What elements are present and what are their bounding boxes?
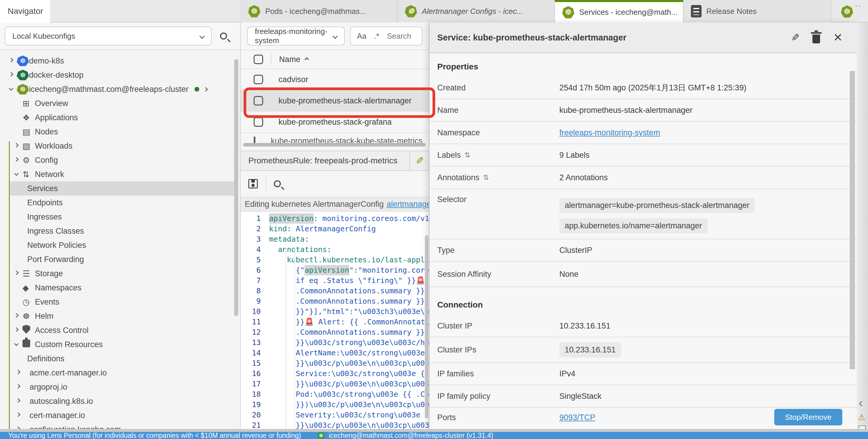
chevron-down-icon (9, 86, 13, 91)
ip-families-value: IPv4 (559, 369, 575, 378)
service-row-partial[interactable]: kube-prometheus-stack-kube-state-metrics (241, 133, 429, 144)
yaml-editor[interactable]: 1apiVersion: monitoring.coreos.com/v1 2k… (241, 211, 429, 429)
annotations-count: 2 Annotations (559, 173, 608, 182)
row-checkbox[interactable] (254, 96, 263, 105)
sidebar-item-endpoints[interactable]: Endpoints (0, 196, 240, 210)
chevron-right-icon (9, 72, 13, 77)
name-row: Name kube-prometheus-stack-alertmanager (430, 99, 857, 122)
alertmanager-config-link[interactable]: alertmanager (387, 200, 429, 209)
sidebar-item-configuration-konghq[interactable]: configuration.konghq.com (0, 423, 240, 429)
sidebar-item-overview[interactable]: ⊞ Overview (0, 96, 240, 110)
delete-service-icon[interactable] (812, 35, 820, 43)
edit-service-icon[interactable]: ✎ (791, 32, 800, 43)
kubernetes-icon-partial-tab[interactable]: ☸ (841, 5, 853, 18)
sidebar-item-cert-manager[interactable]: cert-manager.io (0, 408, 240, 423)
sidebar-item-services[interactable]: Services (0, 181, 240, 196)
select-all-checkbox[interactable] (254, 55, 263, 64)
sidebar-item-network-policies[interactable]: Network Policies (0, 238, 240, 252)
sidebar-item-ingress-classes[interactable]: Ingress Classes (0, 224, 240, 238)
ip-family-policy-value: SingleStack (559, 392, 601, 401)
sidebar-scrollbar[interactable] (234, 59, 238, 316)
properties-section-heading: Properties (430, 53, 857, 77)
sidebar-item-custom-resources[interactable]: Custom Resources (0, 337, 240, 351)
sidebar-item-argoproj[interactable]: argoproj.io (0, 380, 240, 394)
sidebar-item-freeleaps-cluster[interactable]: ☸ icecheng@mathmast.com@freeleaps-cluste… (0, 82, 240, 96)
config-gear-icon: ⚙ (23, 156, 30, 165)
prometheusrule-dock-bar[interactable]: PrometheusRule: freepeals-prod-metrics ✎ (241, 151, 429, 171)
sidebar-item-ingresses[interactable]: Ingresses (0, 210, 240, 224)
drawer-title: Service: kube-prometheus-stack-alertmana… (437, 33, 778, 42)
statusbar-divider (0, 429, 868, 432)
code-line: 18 Pod:\u003c/strong\u003e {{ .Co (241, 389, 429, 399)
chevron-left-icon[interactable] (859, 401, 864, 406)
name-value: kube-prometheus-stack-alertmanager (559, 106, 692, 115)
editor-search-icon[interactable] (274, 180, 281, 187)
labels-row: Labels⇅ 9 Labels (430, 144, 857, 167)
code-line: 3metadata: (241, 234, 429, 244)
sidebar-item-docker-desktop[interactable]: ☸ docker-desktop (0, 68, 240, 82)
service-row-grafana[interactable]: kube-prometheus-stack-grafana (241, 112, 429, 133)
port-link-9093[interactable]: 9093/TCP (559, 413, 644, 422)
namespace-select[interactable]: freeleaps-monitoring-system (247, 27, 345, 45)
sidebar-item-access-control[interactable]: Access Control (0, 323, 240, 337)
chevron-right-icon (14, 271, 19, 275)
sidebar-item-definitions[interactable]: Definitions (0, 351, 240, 366)
service-row-alertmanager[interactable]: kube-prometheus-stack-alertmanager (241, 91, 429, 112)
code-line: 1apiVersion: monitoring.coreos.com/v1 (241, 213, 429, 224)
navigator-panel-tab[interactable]: Navigator (0, 0, 50, 23)
sidebar-item-network[interactable]: ⇅ Network (0, 167, 240, 181)
match-case-toggle[interactable]: Aa (357, 32, 367, 41)
type-row: Type ClusterIP (430, 239, 857, 262)
services-list-panel: freeleaps-monitoring-system Aa .* Search… (241, 23, 429, 429)
code-line: 5 kubectl.kubernetes.io/last-applied-con… (241, 255, 429, 265)
sidebar-item-autoscaling[interactable]: autoscaling.k8s.io (0, 394, 240, 408)
chevron-down-icon (14, 171, 19, 176)
sidebar-item-config[interactable]: ⚙ Config (0, 153, 240, 167)
sidebar-item-helm[interactable]: ☸ Helm (0, 309, 240, 323)
sidebar-item-port-forwarding[interactable]: Port Forwarding (0, 252, 240, 267)
sidebar-item-events[interactable]: ◷ Events (0, 295, 240, 309)
sidebar-item-nodes[interactable]: ▤ Nodes (0, 125, 240, 139)
service-row-cadvisor[interactable]: cadvisor (241, 69, 429, 91)
horizontal-scrollbar[interactable] (243, 143, 426, 146)
chevron-right-icon (16, 398, 21, 403)
sort-ascending-icon[interactable] (305, 57, 309, 62)
list-search-input[interactable]: Aa .* Search (350, 27, 423, 45)
search-icon[interactable] (220, 33, 227, 40)
kubernetes-icon: ☸ (317, 432, 324, 439)
tab-services[interactable]: ☸ Services - icecheng@math... ✕ (555, 0, 684, 23)
sidebar-item-workloads[interactable]: ▧ Workloads (0, 139, 240, 153)
sidebar-item-storage[interactable]: ☰ Storage (0, 267, 240, 281)
stop-remove-button[interactable]: Stop/Remove (774, 409, 842, 426)
kubeconfig-select[interactable]: Local Kubeconfigs (5, 27, 212, 45)
column-divider (271, 54, 271, 65)
name-column-header[interactable]: Name (279, 55, 300, 64)
drawer-scrollbar[interactable] (850, 71, 855, 369)
sidebar-item-demo-k8s[interactable]: ☸ demo-k8s (0, 54, 240, 68)
tab-alertmanager-configs[interactable]: ☸ Alertmanager Configs - icec... (397, 0, 555, 23)
chevron-right-icon (16, 412, 21, 417)
row-checkbox[interactable] (254, 117, 263, 127)
code-line: 7 if eq .Status \"firing\" }}🚨 (241, 275, 429, 286)
editor-scrollbar[interactable] (425, 235, 428, 418)
tab-release-notes[interactable]: Release Notes (684, 0, 831, 23)
row-checkbox[interactable] (254, 75, 263, 84)
code-line: 12 .CommonAnnotations.summary }}- (241, 327, 429, 337)
sort-toggle-icon[interactable]: ⇅ (483, 173, 489, 182)
toolbar-divider (266, 177, 266, 190)
tab-pods[interactable]: ☸ Pods - icecheng@mathmas... (241, 0, 397, 23)
save-icon[interactable] (248, 179, 258, 189)
sidebar-item-applications[interactable]: ❖ Applications (0, 110, 240, 125)
warning-icon[interactable]: ⚠ (858, 412, 865, 422)
edit-rule-segment[interactable]: ✎ (409, 151, 429, 170)
sidebar-item-acme-cert-manager[interactable]: acme.cert-manager.io (0, 366, 240, 380)
kubernetes-icon: ☸ (405, 5, 417, 18)
close-drawer-icon[interactable]: ✕ (833, 31, 843, 44)
namespace-link[interactable]: freeleaps-monitoring-system (559, 128, 660, 137)
created-value: 254d 17h 50m ago (2025年1月13日 GMT+8 1:25:… (559, 82, 746, 93)
sidebar-item-namespaces[interactable]: ◆ Namespaces (0, 281, 240, 295)
sort-toggle-icon[interactable]: ⇅ (464, 151, 470, 159)
workloads-icon: ▧ (23, 141, 30, 151)
cluster-tree: ☸ demo-k8s ☸ docker-desktop ☸ icecheng@m… (0, 50, 240, 429)
regex-toggle[interactable]: .* (374, 32, 379, 41)
